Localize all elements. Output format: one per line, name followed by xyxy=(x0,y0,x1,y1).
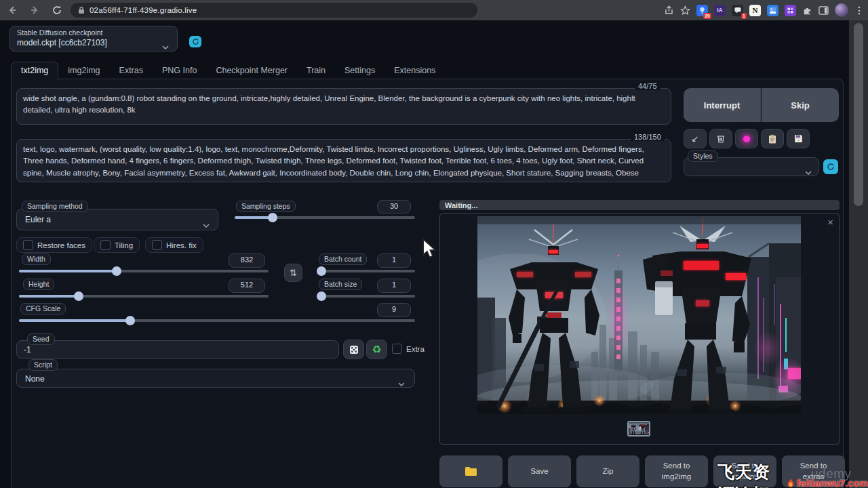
mouse-cursor xyxy=(422,239,437,259)
hires-fix-checkbox[interactable]: Hires. fix xyxy=(145,237,203,253)
zip-button[interactable]: Zip xyxy=(576,455,639,487)
cfg-scale-slider[interactable] xyxy=(19,319,415,322)
ext-purple-icon[interactable] xyxy=(785,5,796,16)
save-button[interactable]: Save xyxy=(508,455,571,487)
address-bar[interactable]: 02a56ff4-71ff-439e.gradio.live xyxy=(71,3,477,18)
sampling-steps-input[interactable]: 30 xyxy=(377,200,411,214)
checkpoint-block: Stable Diffusion checkpoint model.ckpt [… xyxy=(9,26,178,52)
batch-size-slider[interactable] xyxy=(319,295,415,298)
generated-image[interactable] xyxy=(477,216,801,414)
tab-extensions[interactable]: Extensions xyxy=(384,62,445,80)
extra-networks-button[interactable] xyxy=(735,129,758,148)
share-icon[interactable] xyxy=(664,5,674,16)
batch-count-input[interactable]: 1 xyxy=(377,253,411,268)
chevron-down-icon xyxy=(162,40,169,52)
close-icon[interactable]: × xyxy=(827,217,833,227)
swap-dimensions-button[interactable]: ⇅ xyxy=(284,264,302,282)
ext-image-icon[interactable] xyxy=(767,5,778,16)
height-slider[interactable] xyxy=(19,295,269,298)
save-style-button[interactable] xyxy=(787,129,810,148)
forward-icon[interactable] xyxy=(28,3,41,17)
tab-checkpoint-merger[interactable]: Checkpoint Merger xyxy=(206,62,297,80)
reuse-seed-button[interactable]: ♻ xyxy=(366,340,387,359)
cfg-scale-input[interactable]: 9 xyxy=(377,303,411,317)
tab-txt2img[interactable]: txt2img xyxy=(11,62,58,81)
seed-extra-checkbox[interactable]: Extra xyxy=(392,344,425,354)
width-slider[interactable] xyxy=(19,270,269,272)
width-input[interactable]: 832 xyxy=(229,253,265,268)
tab-img2img[interactable]: img2img xyxy=(58,62,109,80)
watermark-domain: feitianwu7.com xyxy=(797,478,868,488)
sampling-method-label: Sampling method xyxy=(22,201,88,212)
bookmark-star-icon[interactable] xyxy=(680,5,690,16)
checkbox-icon xyxy=(152,240,162,250)
clear-prompt-button[interactable] xyxy=(709,129,732,148)
checkbox-icon xyxy=(23,240,33,250)
styles-refresh-button[interactable] xyxy=(823,159,838,174)
seed-input[interactable]: -1 xyxy=(16,340,339,359)
chevron-down-icon xyxy=(203,218,210,230)
url-text: 02a56ff4-71ff-439e.gradio.live xyxy=(90,6,197,14)
send-to-img2img-button[interactable]: Send to img2img xyxy=(645,455,708,487)
ext-ia-icon[interactable]: IA xyxy=(714,5,726,16)
site-watermark: 飞天资源论坛 feitianwu7.com xyxy=(717,461,868,488)
tab-settings[interactable]: Settings xyxy=(335,62,384,80)
side-panel-icon[interactable] xyxy=(818,5,829,16)
restore-faces-checkbox[interactable]: Restore faces xyxy=(16,237,92,253)
scrollbar-thumb[interactable] xyxy=(854,23,863,206)
profile-avatar[interactable] xyxy=(835,3,848,17)
ext-notion-icon[interactable]: N xyxy=(749,5,761,16)
batch-count-slider[interactable] xyxy=(319,270,415,272)
width-label: Width xyxy=(22,253,51,265)
browser-actions: 20 IA 1 N ⋮ xyxy=(664,0,864,20)
checkbox-icon xyxy=(392,344,402,354)
back-icon[interactable] xyxy=(5,3,19,17)
main-tabs: txt2img img2img Extras PNG Info Checkpoi… xyxy=(11,61,445,80)
browser-menu-icon[interactable]: ⋮ xyxy=(854,5,864,16)
paste-params-button[interactable]: ↙ xyxy=(684,129,707,148)
checkpoint-select[interactable]: model.ckpt [cc6cb27103] xyxy=(17,38,107,47)
batch-size-input[interactable]: 1 xyxy=(377,279,411,293)
seed-label: Seed xyxy=(27,333,55,345)
gallery-thumbnail[interactable] xyxy=(627,421,650,436)
styles-label: Styles xyxy=(688,150,718,162)
checkpoint-label: Stable Diffusion checkpoint xyxy=(17,28,102,37)
script-select[interactable]: None xyxy=(16,369,415,388)
reload-icon[interactable] xyxy=(50,3,64,17)
floppy-icon xyxy=(794,134,803,143)
script-label: Script xyxy=(28,359,58,371)
apply-style-button[interactable] xyxy=(761,129,784,148)
tab-train[interactable]: Train xyxy=(297,62,335,80)
tiling-checkbox[interactable]: Tiling xyxy=(94,237,140,253)
dice-icon xyxy=(349,345,359,354)
interrupt-button[interactable]: Interrupt xyxy=(684,88,761,122)
tab-png-info[interactable]: PNG Info xyxy=(153,62,206,80)
folder-icon xyxy=(465,466,477,476)
browser-toolbar: 02a56ff4-71ff-439e.gradio.live 20 IA 1 N xyxy=(0,0,868,20)
sd-webui-page: Stable Diffusion checkpoint model.ckpt [… xyxy=(0,20,868,488)
height-input[interactable]: 512 xyxy=(229,279,265,293)
chevron-down-icon xyxy=(398,377,405,389)
prompt-input[interactable]: wide shot angle, a (gundam:0.8) robot st… xyxy=(16,88,671,125)
open-folder-button[interactable] xyxy=(439,455,502,487)
random-seed-button[interactable] xyxy=(343,340,364,359)
tab-extras[interactable]: Extras xyxy=(110,62,153,80)
height-label: Height xyxy=(23,279,54,290)
extensions-puzzle-icon[interactable] xyxy=(802,5,812,16)
ext-chat-icon[interactable]: 1 xyxy=(732,5,743,16)
skip-button[interactable]: Skip xyxy=(762,88,839,122)
page-scrollbar[interactable] xyxy=(849,20,868,488)
cfg-scale-label: CFG Scale xyxy=(20,303,66,314)
checkbox-icon xyxy=(100,240,111,250)
chevron-down-icon xyxy=(805,165,812,178)
watermark-site-name: 飞天资源论坛 xyxy=(717,461,785,488)
sampling-steps-label: Sampling steps xyxy=(236,201,296,212)
ext-pin-badge: 20 xyxy=(703,13,711,19)
checkpoint-refresh-button[interactable] xyxy=(189,36,201,47)
sampling-steps-slider[interactable] xyxy=(235,216,415,219)
negative-prompt-input[interactable]: text, logo, watermark, (worst quality, l… xyxy=(16,139,671,182)
progress-status: Waiting... xyxy=(445,201,477,209)
ext-pin-icon[interactable]: 20 xyxy=(696,5,708,16)
screenshot-root: 02a56ff4-71ff-439e.gradio.live 20 IA 1 N xyxy=(0,0,868,488)
batch-count-label: Batch count xyxy=(319,253,367,265)
